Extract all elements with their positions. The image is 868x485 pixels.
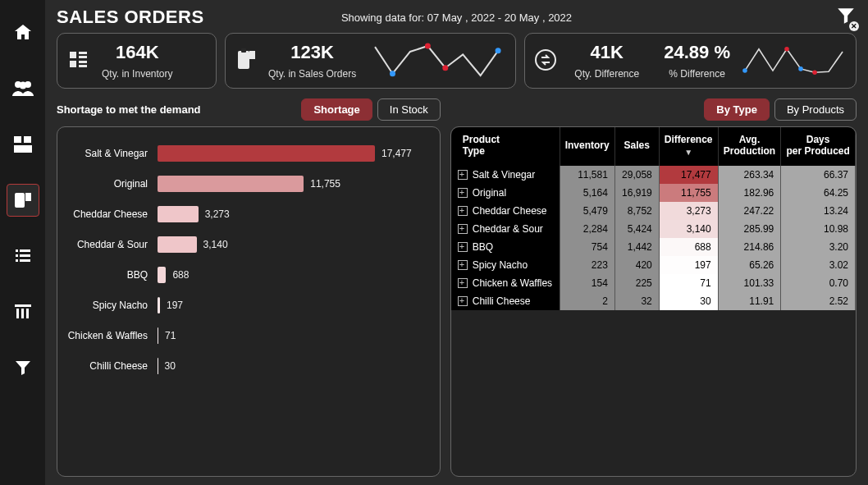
bar-category-label: Cheddar & Sour [67, 239, 151, 250]
col-inventory[interactable]: Inventory [560, 127, 614, 166]
expand-icon[interactable] [458, 170, 468, 180]
tab-in-stock[interactable]: In Stock [377, 98, 441, 121]
kpi-diff-card: 41K Qty. Difference 24.89 % % Difference [524, 33, 857, 89]
bar[interactable] [158, 327, 158, 344]
sparkline-diff [742, 42, 846, 80]
svg-rect-4 [24, 136, 31, 143]
cell-sales: 29,058 [614, 166, 659, 184]
cell-type: Chilli Cheese [451, 292, 560, 310]
svg-point-41 [798, 66, 803, 71]
table-row[interactable]: Salt & Vinegar11,58129,05817,477263.3466… [451, 166, 856, 184]
cell-inventory: 5,479 [560, 202, 614, 220]
tab-by-type[interactable]: By Type [704, 98, 770, 121]
bar-row: Chicken & Waffles71 [67, 327, 425, 344]
svg-rect-32 [249, 51, 255, 59]
nav-home[interactable] [7, 16, 39, 49]
clipboard-icon [235, 48, 257, 74]
bar[interactable] [158, 176, 304, 192]
bar-category-label: Cheddar Cheese [67, 208, 151, 220]
date-range: Showing data for: 07 May , 2022 - 20 May… [341, 11, 572, 24]
expand-icon[interactable] [458, 224, 468, 234]
cell-type: BBQ [451, 238, 560, 256]
swap-icon [535, 49, 556, 73]
bar[interactable] [158, 236, 197, 253]
svg-rect-20 [15, 304, 31, 307]
table-row[interactable]: BBQ7541,442688214.863.20 [451, 238, 856, 256]
cell-avg-production: 101.33 [718, 274, 781, 292]
table-row[interactable]: Cheddar Cheese5,4798,7523,273247.2213.24 [451, 202, 856, 220]
expand-icon[interactable] [458, 260, 468, 270]
svg-rect-29 [79, 65, 87, 67]
col-days-per-produced[interactable]: Daysper Produced [781, 127, 856, 166]
table-row[interactable]: Original5,16416,91911,755182.9664.25 [451, 184, 856, 202]
page-title: SALES ORDERS [57, 7, 204, 28]
expand-icon[interactable] [458, 206, 468, 216]
svg-rect-21 [16, 309, 19, 318]
cell-difference: 17,477 [659, 166, 718, 184]
cell-days-produced: 3.20 [781, 238, 856, 256]
people-icon [11, 80, 34, 98]
svg-rect-10 [20, 196, 24, 198]
bar-value-label: 3,273 [205, 208, 230, 220]
expand-icon[interactable] [458, 278, 468, 288]
cell-days-produced: 0.70 [781, 274, 856, 292]
col-avg-production[interactable]: Avg.Production [718, 127, 781, 166]
cell-sales: 16,919 [614, 184, 659, 202]
nav-inventory[interactable] [7, 128, 39, 161]
cell-difference: 688 [659, 238, 718, 256]
header: SALES ORDERS Showing data for: 07 May , … [57, 7, 857, 28]
main: SALES ORDERS Showing data for: 07 May , … [45, 0, 868, 485]
expand-icon[interactable] [458, 188, 468, 198]
bar[interactable] [158, 145, 375, 162]
bar-row: Cheddar & Sour3,140 [67, 236, 425, 253]
cell-type: Spicy Nacho [451, 256, 560, 274]
col-sales[interactable]: Sales [614, 127, 659, 166]
cell-difference: 197 [659, 256, 718, 274]
bar-value-label: 17,477 [381, 148, 412, 159]
expand-icon[interactable] [458, 242, 468, 252]
nav-orders[interactable] [7, 184, 39, 217]
kpi-diff-value: 41K [574, 42, 639, 63]
bar[interactable] [158, 297, 160, 313]
table-row[interactable]: Spicy Nacho22342019765.263.02 [451, 256, 856, 274]
nav-insights[interactable] [7, 295, 39, 328]
nav-people[interactable] [7, 72, 39, 105]
bar-value-label: 71 [165, 330, 176, 341]
cell-difference: 3,140 [659, 220, 718, 238]
tab-shortage[interactable]: Shortage [301, 98, 372, 121]
col-product-type[interactable]: ProductType [451, 127, 560, 166]
svg-point-2 [19, 82, 26, 89]
svg-rect-5 [14, 145, 32, 153]
product-table: ProductTypeInventorySalesDifference▼Avg.… [451, 127, 856, 310]
svg-point-38 [784, 47, 789, 52]
cell-avg-production: 285.99 [718, 220, 781, 238]
cell-days-produced: 64.25 [781, 184, 856, 202]
bar-value-label: 11,755 [310, 178, 340, 190]
cell-sales: 8,752 [614, 202, 659, 220]
filter-clear-button[interactable]: ✕ [835, 5, 857, 29]
columns-icon [12, 302, 34, 322]
cell-sales: 420 [614, 256, 659, 274]
bar-category-label: Chilli Cheese [67, 360, 151, 372]
cell-days-produced: 3.02 [781, 256, 856, 274]
table-row[interactable]: Chilli Cheese2323011.912.52 [451, 292, 856, 310]
svg-rect-19 [20, 259, 30, 262]
bar[interactable] [158, 206, 199, 222]
svg-rect-28 [79, 61, 87, 63]
svg-point-36 [496, 48, 501, 53]
bar-category-label: Spicy Nacho [67, 300, 151, 311]
svg-rect-27 [79, 56, 87, 58]
cell-days-produced: 13.24 [781, 202, 856, 220]
table-row[interactable]: Chicken & Waffles15422571101.330.70 [451, 274, 856, 292]
nav-list[interactable] [7, 240, 39, 272]
nav-filter[interactable] [7, 351, 39, 384]
table-row[interactable]: Cheddar & Sour2,2845,4243,140285.9910.98 [451, 220, 856, 238]
cell-avg-production: 247.22 [718, 202, 781, 220]
col-difference[interactable]: Difference▼ [659, 127, 718, 166]
bar[interactable] [158, 267, 166, 283]
cell-sales: 5,424 [614, 220, 659, 238]
tab-by-products[interactable]: By Products [774, 98, 857, 121]
expand-icon[interactable] [458, 296, 468, 306]
cell-type: Cheddar & Sour [451, 220, 560, 238]
bar-category-label: Salt & Vinegar [67, 148, 151, 159]
